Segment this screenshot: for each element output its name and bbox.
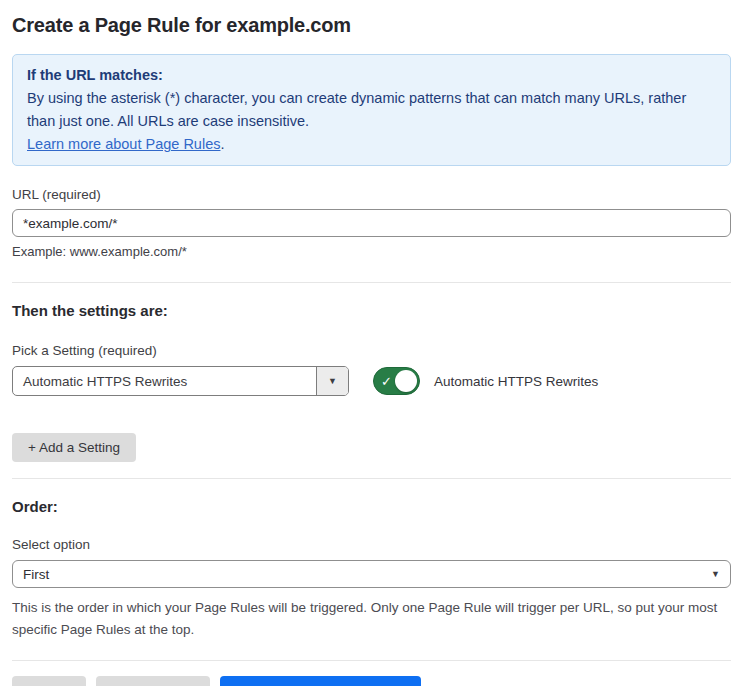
toggle-knob [395, 370, 417, 392]
order-helper-text: This is the order in which your Page Rul… [12, 597, 718, 641]
add-setting-button[interactable]: + Add a Setting [12, 433, 136, 462]
link-period: . [220, 136, 224, 152]
url-example-helper: Example: www.example.com/* [12, 244, 731, 259]
setting-select-value: Automatic HTTPS Rewrites [13, 367, 316, 395]
save-and-deploy-button[interactable]: Save and Deploy Page Rule [220, 676, 422, 686]
order-section-heading: Order: [12, 498, 731, 515]
order-select-label: Select option [12, 537, 731, 552]
setting-select-arrow-button[interactable]: ▼ [316, 367, 348, 395]
info-box-heading: If the URL matches: [27, 64, 716, 87]
divider [12, 478, 731, 479]
check-icon: ✓ [381, 374, 392, 389]
chevron-down-icon: ▼ [711, 570, 720, 579]
cancel-button[interactable]: Cancel [12, 676, 86, 686]
url-matches-info-box: If the URL matches: By using the asteris… [12, 54, 731, 166]
info-box-body: By using the asterisk (*) character, you… [27, 87, 716, 133]
pick-setting-label: Pick a Setting (required) [12, 343, 731, 358]
learn-more-link[interactable]: Learn more about Page Rules [27, 136, 220, 152]
save-as-draft-button[interactable]: Save as Draft [96, 676, 210, 686]
url-field-label: URL (required) [12, 187, 731, 202]
page-rule-form: Create a Page Rule for example.com If th… [0, 14, 743, 686]
info-box-link-line: Learn more about Page Rules. [27, 133, 716, 156]
chevron-down-icon: ▼ [328, 377, 337, 386]
order-select[interactable]: First ▼ [12, 560, 731, 588]
setting-row: Automatic HTTPS Rewrites ▼ ✓ Automatic H… [12, 366, 731, 396]
page-title: Create a Page Rule for example.com [12, 14, 731, 37]
setting-select[interactable]: Automatic HTTPS Rewrites ▼ [12, 366, 349, 396]
settings-section-heading: Then the settings are: [12, 302, 731, 319]
order-select-value: First [23, 567, 49, 582]
toggle-label: Automatic HTTPS Rewrites [434, 374, 598, 389]
url-input[interactable] [12, 209, 731, 237]
divider [12, 660, 731, 661]
footer-actions: Cancel Save as Draft Save and Deploy Pag… [12, 676, 731, 686]
divider [12, 282, 731, 283]
https-rewrites-toggle[interactable]: ✓ [373, 367, 420, 395]
